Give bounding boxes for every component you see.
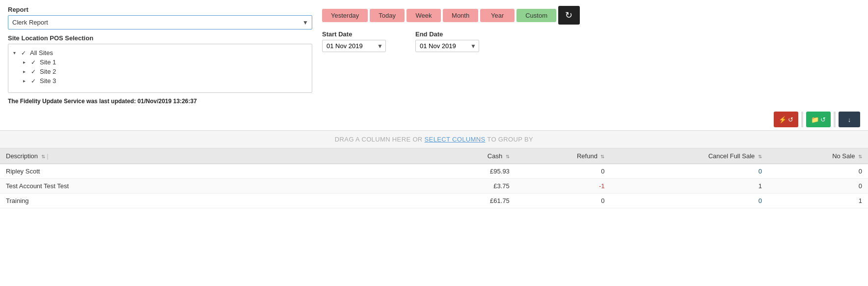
check-site3-icon: ✓ (31, 78, 38, 85)
report-select[interactable]: Clerk Report (8, 15, 312, 29)
end-date-wrapper: 01 Nov 2019 ▼ (415, 40, 479, 52)
cell-cancel-0: 0 (610, 164, 767, 179)
toolbar-divider-2 (834, 112, 836, 127)
col-header-no-sale[interactable]: No Sale ⇅ (768, 148, 868, 164)
table-row: Ripley Scott£95.93000 (0, 164, 868, 179)
site2-label: Site 2 (40, 68, 56, 75)
tree-item-site3[interactable]: ▸ ✓ Site 3 (23, 76, 307, 86)
table-row: Test Account Test Test£3.75-110 (0, 179, 868, 194)
col-header-cash[interactable]: Cash ⇅ (434, 148, 515, 164)
cell-refund-2: 0 (515, 194, 611, 208)
filter-icon: ⚡ (779, 116, 787, 123)
toolbar-divider-1 (801, 112, 803, 127)
cell-no-sale-0: 0 (768, 164, 868, 179)
cell-description-1: Test Account Test Test (0, 179, 434, 194)
date-buttons-row: Yesterday Today Week Month Year Custom ↻ (322, 6, 860, 25)
after-text: TO GROUP BY (486, 136, 534, 143)
check-all-sites-icon: ✓ (21, 50, 28, 57)
site-tree-box: ▾ ✓ All Sites ▸ ✓ Site 1 ▸ ✓ Site 2 ▸ ✓ (8, 44, 312, 93)
refresh-icon: ↻ (565, 10, 572, 21)
cell-no-sale-1: 0 (768, 179, 868, 194)
all-sites-label: All Sites (30, 49, 53, 57)
tree-item-all-sites[interactable]: ▾ ✓ All Sites (13, 48, 307, 57)
col-header-description[interactable]: Description ⇅ | (0, 148, 434, 164)
cell-cancel-2: 0 (610, 194, 767, 208)
custom-button[interactable]: Custom (516, 9, 556, 22)
expand-site1-icon: ▸ (23, 59, 29, 65)
check-site2-icon: ✓ (31, 68, 38, 75)
folder-icon: 📁 (811, 116, 819, 123)
report-label: Report (8, 6, 312, 13)
cell-cash-2: £61.75 (434, 194, 515, 208)
cell-description-2: Training (0, 194, 434, 208)
table-row: Training£61.75001 (0, 194, 868, 208)
toolbar-row: ⚡ ↺ 📁 ↺ ↓ (0, 109, 868, 130)
expand-site3-icon: ▸ (23, 78, 29, 84)
site-location-label: Site Location POS Selection (8, 34, 312, 42)
cell-cash-0: £95.93 (434, 164, 515, 179)
sort-description-icon: ⇅ (41, 154, 45, 159)
start-date-select[interactable]: 01 Nov 2019 (322, 40, 386, 52)
tree-item-site1[interactable]: ▸ ✓ Site 1 (23, 57, 307, 67)
yesterday-button[interactable]: Yesterday (322, 9, 368, 22)
check-site1-icon: ✓ (31, 59, 38, 66)
cell-no-sale-2: 1 (768, 194, 868, 208)
year-button[interactable]: Year (480, 9, 515, 22)
sort-cash-icon: ⇅ (506, 154, 510, 159)
col-header-refund[interactable]: Refund ⇅ (515, 148, 611, 164)
site3-label: Site 3 (40, 77, 56, 85)
cell-refund-0: 0 (515, 164, 611, 179)
export-loop-icon: ↺ (820, 116, 826, 123)
sort-refund-icon: ⇅ (600, 154, 604, 159)
expand-site2-icon: ▸ (23, 69, 29, 74)
expand-all-sites-icon: ▾ (13, 50, 19, 56)
group-by-bar: DRAG A COLUMN HERE OR SELECT COLUMNS TO … (0, 130, 868, 148)
end-date-field: End Date 01 Nov 2019 ▼ (415, 30, 479, 52)
col-header-cancel-full-sale[interactable]: Cancel Full Sale ⇅ (610, 148, 767, 164)
site1-label: Site 1 (40, 58, 56, 66)
end-date-label: End Date (415, 30, 479, 38)
download-icon: ↓ (848, 116, 851, 123)
table-header-row: Description ⇅ | Cash ⇅ Refund ⇅ Cancel F… (0, 148, 868, 164)
data-table: Description ⇅ | Cash ⇅ Refund ⇅ Cancel F… (0, 148, 868, 208)
drag-text: DRAG A COLUMN HERE OR (335, 136, 425, 143)
select-columns-link[interactable]: SELECT COLUMNS (425, 136, 486, 143)
report-select-wrapper: Clerk Report ▼ (8, 15, 312, 29)
cell-description-0: Ripley Scott (0, 164, 434, 179)
tree-item-site2[interactable]: ▸ ✓ Site 2 (23, 67, 307, 76)
filter-button[interactable]: ⚡ ↺ (774, 112, 798, 127)
end-date-select[interactable]: 01 Nov 2019 (415, 40, 479, 52)
start-date-field: Start Date 01 Nov 2019 ▼ (322, 30, 386, 52)
export-green-button[interactable]: 📁 ↺ (806, 112, 831, 127)
start-date-label: Start Date (322, 30, 386, 38)
sort-no-sale-icon: ⇅ (858, 154, 862, 159)
filter-loop-icon: ↺ (788, 116, 793, 123)
sort-cancel-icon: ⇅ (758, 154, 762, 159)
cell-refund-1: -1 (515, 179, 611, 194)
tree-children: ▸ ✓ Site 1 ▸ ✓ Site 2 ▸ ✓ Site 3 (13, 57, 307, 86)
cell-cash-1: £3.75 (434, 179, 515, 194)
update-notice: The Fidelity Update Service was last upd… (8, 98, 312, 105)
download-button[interactable]: ↓ (839, 112, 860, 127)
refresh-button[interactable]: ↻ (558, 6, 580, 25)
today-button[interactable]: Today (370, 9, 405, 22)
week-button[interactable]: Week (407, 9, 441, 22)
month-button[interactable]: Month (443, 9, 478, 22)
start-date-wrapper: 01 Nov 2019 ▼ (322, 40, 386, 52)
dates-row: Start Date 01 Nov 2019 ▼ End Date 01 Nov… (322, 30, 860, 52)
cell-cancel-1: 1 (610, 179, 767, 194)
resize-description-handle[interactable]: | (47, 152, 52, 160)
